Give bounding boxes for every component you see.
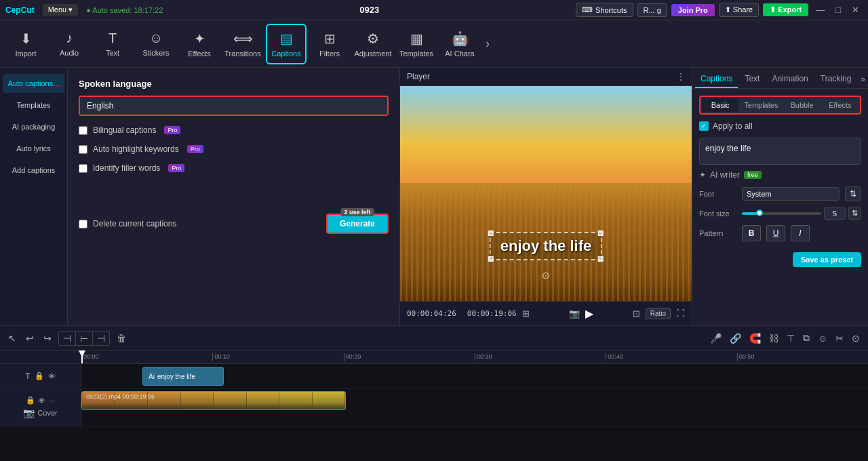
caption-adjust-icon[interactable]: ⊙	[542, 270, 550, 281]
caption-handle-tl[interactable]	[488, 230, 494, 236]
timeline-ruler: 00:0000:1000:2000:3000:4000:50	[0, 350, 868, 364]
select-tool-button[interactable]: ↖	[5, 332, 19, 345]
bilingual-captions-checkbox[interactable]	[79, 126, 87, 135]
trim-right-button[interactable]: ⊣	[93, 332, 109, 345]
zoom-button[interactable]: ⊙	[849, 331, 863, 345]
mic-button[interactable]: 🎤	[707, 331, 724, 345]
delete-captions-checkbox[interactable]	[79, 220, 87, 228]
adjustment-icon: ⚙	[367, 31, 379, 47]
main-layout: Auto captions...TemplatesAI packagingAut…	[0, 68, 868, 325]
caption-track-controls: T 🔒 👁	[0, 364, 81, 388]
caption-handle-br[interactable]	[598, 256, 604, 262]
player-menu-icon[interactable]: ⋮	[677, 72, 685, 81]
toolbar-item-filters[interactable]: ⊞Filters	[309, 24, 350, 64]
link2-button[interactable]: ⛓	[766, 331, 781, 345]
toolbar-item-captions[interactable]: ▤Captions	[266, 24, 307, 64]
stickers-label: Stickers	[142, 49, 169, 57]
toolbar-item-templates[interactable]: ▦Templates	[396, 24, 437, 64]
fullscreen-button[interactable]: ⛶	[676, 308, 685, 319]
italic-button[interactable]: I	[791, 225, 810, 241]
delete-button[interactable]: 🗑	[114, 332, 129, 345]
underline-button[interactable]: U	[766, 225, 785, 241]
emoji-button[interactable]: ☺	[815, 331, 830, 345]
share-button[interactable]: ⬆ Share	[719, 3, 759, 17]
caption-handle-bl[interactable]	[488, 256, 494, 262]
grid-view-button[interactable]: ⊞	[522, 308, 530, 319]
left-panel-item-ai_packaging[interactable]: AI packaging	[3, 117, 64, 136]
menu-button[interactable]: Menu ▾	[43, 4, 79, 16]
trim-left-button[interactable]: ⊢	[76, 332, 93, 345]
toolbar-item-audio[interactable]: ♪Audio	[49, 24, 90, 64]
toolbar-item-transitions[interactable]: ⟺Transitions	[222, 24, 263, 64]
font-size-thumb[interactable]	[756, 209, 763, 216]
eye-icon[interactable]: 👁	[48, 372, 56, 380]
toolbar-item-adjustment[interactable]: ⚙Adjustment	[353, 24, 393, 64]
font-size-stepper[interactable]: ⇅	[848, 207, 861, 220]
style-tab-basic[interactable]: Basic	[702, 98, 738, 112]
left-panel-item-auto_lyrics[interactable]: Auto lyrics	[3, 139, 64, 158]
redo-button[interactable]: ↪	[41, 332, 54, 345]
split-button[interactable]: ⊣	[59, 332, 76, 345]
toolbar-more-button[interactable]: ›	[483, 37, 492, 51]
filters-label: Filters	[319, 49, 340, 58]
toolbar-item-ai_chara[interactable]: 🤖AI Chara	[439, 24, 480, 64]
video-more-icon[interactable]: ···	[48, 397, 54, 405]
minimize-button[interactable]: —	[812, 5, 828, 15]
player-controls: 00:00:04:26 00:00:19:06 ⊞ 📷 ▶ ⊡ Ratio ⛶	[400, 301, 692, 325]
player-video: enjoy the life ⊙	[400, 86, 692, 301]
right-tabs-more[interactable]: »	[861, 75, 865, 84]
ratio-button[interactable]: Ratio	[646, 308, 671, 319]
crop-button[interactable]: ⊡	[633, 308, 640, 319]
left-panel-item-auto_captions[interactable]: Auto captions...	[3, 74, 64, 93]
link-button[interactable]: 🔗	[727, 331, 744, 345]
caption-clip[interactable]: Ai enjoy the life	[142, 367, 224, 386]
templates-icon: ▦	[410, 31, 423, 47]
join-pro-button[interactable]: Join Pro	[671, 4, 715, 16]
screenshot-button[interactable]: 📷	[569, 308, 580, 319]
video-eye-icon[interactable]: 👁	[38, 397, 45, 405]
apply-all-checkbox[interactable]: ✓	[699, 121, 709, 131]
font-select[interactable]: System Arial Times New Roman	[742, 187, 840, 201]
bold-button[interactable]: B	[742, 225, 761, 241]
ai_chara-label: AI Chara	[445, 49, 474, 58]
caption-overlay[interactable]: enjoy the life	[490, 232, 602, 260]
center-button[interactable]: ⊤	[784, 331, 797, 345]
right-tab-captions[interactable]: Captions	[695, 71, 738, 88]
play-button[interactable]: ▶	[585, 307, 593, 320]
font-size-label: Font size	[699, 209, 736, 218]
maximize-button[interactable]: □	[832, 5, 844, 15]
style-tab-bubble[interactable]: Bubble	[783, 98, 820, 112]
copy-button[interactable]: ⧉	[800, 331, 812, 345]
style-tab-templates[interactable]: Templates	[740, 98, 782, 112]
save-preset-button[interactable]: Save as preset	[793, 252, 861, 267]
left-panel-item-add_captions[interactable]: Add captions	[3, 161, 64, 180]
toolbar-item-import[interactable]: ⬇Import	[5, 24, 46, 64]
auto-highlight-checkbox[interactable]	[79, 145, 87, 154]
shortcuts-button[interactable]: ⌨ Shortcuts	[576, 3, 633, 17]
caption-handle-tr[interactable]	[598, 230, 604, 236]
undo-button[interactable]: ↩	[23, 332, 37, 345]
ai-writer-row[interactable]: ✦ AI writer free	[699, 170, 861, 180]
toolbar-item-text[interactable]: TText	[92, 24, 133, 64]
profile-button[interactable]: R... g	[637, 3, 667, 17]
style-tab-effects[interactable]: Effects	[822, 98, 859, 112]
font-arrows-button[interactable]: ⇅	[845, 186, 861, 201]
font-size-slider[interactable]	[742, 212, 821, 215]
magnet-button[interactable]: 🧲	[747, 331, 764, 345]
video-clip[interactable]: 0923(2).mp4 00:00:19:06	[81, 391, 346, 410]
right-tab-text[interactable]: Text	[739, 71, 765, 88]
language-select[interactable]: English Spanish French Chinese Japanese	[80, 97, 387, 115]
toolbar-item-effects[interactable]: ✦Effects	[179, 24, 220, 64]
toolbar-item-stickers[interactable]: ☺Stickers	[136, 24, 176, 64]
right-tab-animation[interactable]: Animation	[766, 71, 813, 88]
right-tab-tracking[interactable]: Tracking	[815, 71, 857, 88]
close-button[interactable]: ✕	[848, 5, 863, 15]
identify-filler-checkbox[interactable]	[79, 164, 87, 173]
left-panel-item-templates[interactable]: Templates	[3, 96, 64, 115]
export-button[interactable]: ⬆ Export	[763, 3, 808, 16]
generate-button[interactable]: 2 use left Generate	[326, 214, 389, 234]
scissors-button[interactable]: ✂	[833, 331, 846, 345]
caption-text-input[interactable]: enjoy the life	[699, 138, 861, 165]
text-icon: T	[108, 31, 117, 46]
transitions-icon: ⟺	[233, 31, 253, 47]
